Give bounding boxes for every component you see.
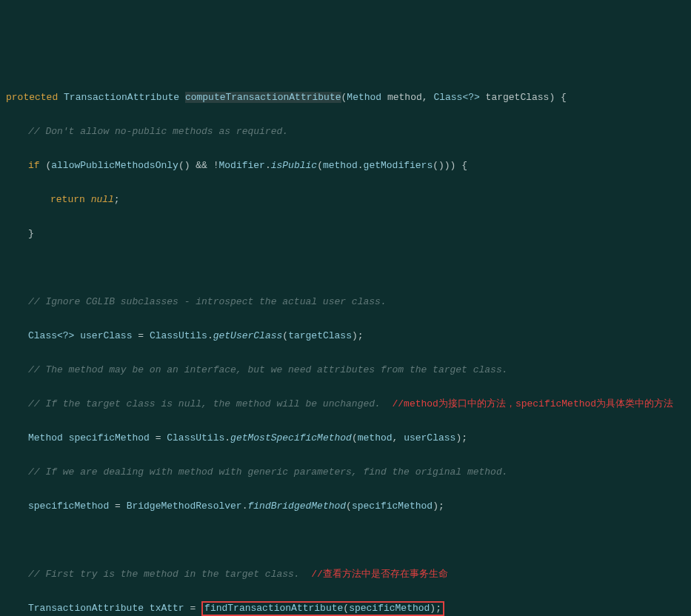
comment-no-public: // Don't allow no-public methods as requ… <box>0 123 691 140</box>
red-annotation: //method为接口中的方法，specificMethod为具体类中的方法 <box>393 398 674 409</box>
param2-type: Class<?> <box>433 92 479 103</box>
highlighted-code-box: findTransactionAttribute(specificMethod)… <box>201 601 444 616</box>
code-line: // If the target class is null, the meth… <box>0 395 691 412</box>
comment-ignore-cglib: // Ignore CGLIB subclasses - introspect … <box>0 293 691 310</box>
red-annotation: //查看方法中是否存在事务生命 <box>311 569 448 580</box>
modifier-keyword: protected <box>6 92 58 103</box>
method-name: computeTransactionAttribute <box>185 92 341 103</box>
code-line: TransactionAttribute txAttr = findTransa… <box>0 600 691 616</box>
method-signature-line: protected TransactionAttribute computeTr… <box>0 89 691 106</box>
param1-type: Method <box>347 92 381 103</box>
code-line: Class<?> userClass = ClassUtils.getUserC… <box>0 327 691 344</box>
code-line: return null; <box>0 191 691 208</box>
return-type: TransactionAttribute <box>64 92 179 103</box>
code-line: if (allowPublicMethodsOnly() && !Modifie… <box>0 157 691 174</box>
code-line: Method specificMethod = ClassUtils.getMo… <box>0 429 691 446</box>
code-line: // First try is the method in the target… <box>0 566 691 583</box>
code-line: } <box>0 225 691 242</box>
comment-method-interface: // The method may be on an interface, bu… <box>0 361 691 378</box>
comment-generic: // If we are dealing with method with ge… <box>0 463 691 481</box>
code-editor: protected TransactionAttribute computeTr… <box>0 72 691 616</box>
code-line: specificMethod = BridgeMethodResolver.fi… <box>0 498 691 515</box>
